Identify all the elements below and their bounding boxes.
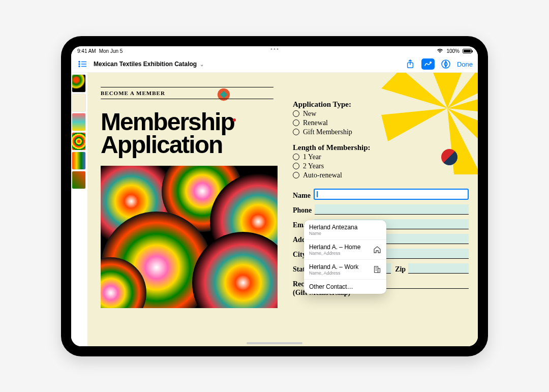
radio-icon <box>293 110 299 117</box>
doc-left-column: BECOME A MEMBER Membership Application <box>101 87 284 308</box>
page-title: Membership Application <box>101 110 284 157</box>
autofill-popover: Herland Antezana Name Herland A. – Home … <box>304 220 386 294</box>
autofill-title: Herland A. – Home <box>309 244 360 251</box>
radio-icon <box>293 119 299 126</box>
radio-icon <box>293 163 299 169</box>
autofill-suggestion[interactable]: Herland Antezana Name <box>304 220 386 240</box>
svg-point-0 <box>79 62 80 63</box>
home-icon <box>373 246 381 254</box>
radio-icon <box>293 129 299 135</box>
page-thumbnail[interactable] <box>72 94 85 111</box>
autofill-sub: Name, Address <box>309 251 360 256</box>
svg-rect-27 <box>375 266 378 273</box>
autofill-title: Herland Antezana <box>309 224 357 231</box>
radio-new[interactable]: New <box>293 110 469 118</box>
phone-label: Phone <box>293 206 312 215</box>
zip-label: Zip <box>395 265 406 274</box>
name-field[interactable] <box>314 189 469 200</box>
radio-renewal[interactable]: Renewal <box>293 119 469 127</box>
home-indicator[interactable] <box>247 342 302 344</box>
page-thumbnail[interactable] <box>72 152 85 169</box>
autofill-sub: Name, Address <box>309 270 358 276</box>
phone-field[interactable] <box>315 204 469 215</box>
radio-2years[interactable]: 2 Years <box>293 162 469 170</box>
status-bar: 9:41 AM Mon Jun 5 100% <box>71 46 478 56</box>
sidebar-toggle-icon[interactable] <box>76 58 88 70</box>
document-page: BECOME A MEMBER Membership Application <box>87 73 478 346</box>
textile-artwork <box>101 166 278 308</box>
radio-1year[interactable]: 1 Year <box>293 153 469 161</box>
autofill-title: Herland A. – Work <box>309 263 358 270</box>
length-heading: Length of Membership: <box>293 143 469 152</box>
radio-gift[interactable]: Gift Membership <box>293 128 469 136</box>
multitask-dots[interactable] <box>271 48 279 50</box>
svg-point-7 <box>430 62 431 63</box>
autofill-sub: Name <box>309 231 357 236</box>
radio-icon <box>293 172 299 178</box>
battery-icon <box>463 49 472 53</box>
building-icon <box>373 265 381 274</box>
wifi-icon <box>437 48 443 54</box>
page-thumbnail[interactable] <box>72 171 85 189</box>
search-or-pen-button[interactable] <box>440 58 452 70</box>
page-thumbnail[interactable] <box>72 75 85 92</box>
app-toolbar: Mexican Textiles Exhibition Catalog ⌄ Do… <box>71 56 478 73</box>
radio-autorenewal[interactable]: Auto-renewal <box>293 171 469 179</box>
battery-percent: 100% <box>446 48 460 54</box>
name-label: Name <box>293 192 311 200</box>
autofill-suggestion[interactable]: Herland A. – Work Name, Address <box>304 260 386 280</box>
radio-icon <box>293 154 299 160</box>
page-thumbnails <box>71 73 87 346</box>
document-title: Mexican Textiles Exhibition Catalog <box>94 61 197 68</box>
status-date: Mon Jun 5 <box>99 48 123 54</box>
svg-rect-28 <box>378 268 380 273</box>
autofill-other-label: Other Contact… <box>309 283 353 290</box>
application-type-heading: Application Type: <box>293 100 469 109</box>
content-area: BECOME A MEMBER Membership Application <box>71 73 478 346</box>
page-thumbnail[interactable] <box>72 113 85 131</box>
svg-point-2 <box>79 64 80 65</box>
zip-field[interactable] <box>408 263 469 274</box>
chevron-down-icon: ⌄ <box>200 62 204 67</box>
autofill-other-contact[interactable]: Other Contact… <box>304 280 386 294</box>
autofill-suggestion[interactable]: Herland A. – Home Name, Address <box>304 240 386 260</box>
document-title-dropdown[interactable]: Mexican Textiles Exhibition Catalog ⌄ <box>94 61 204 68</box>
share-button[interactable] <box>404 58 416 70</box>
markup-button[interactable] <box>421 58 435 70</box>
svg-point-4 <box>79 66 80 67</box>
status-time: 9:41 AM <box>77 48 96 54</box>
ipad-device-frame: 9:41 AM Mon Jun 5 100% Mexican Textiles … <box>61 36 488 356</box>
become-member-heading: BECOME A MEMBER <box>101 87 273 99</box>
page-thumbnail[interactable] <box>72 133 85 150</box>
ipad-screen: 9:41 AM Mon Jun 5 100% Mexican Textiles … <box>71 46 478 346</box>
done-button[interactable]: Done <box>457 61 473 68</box>
